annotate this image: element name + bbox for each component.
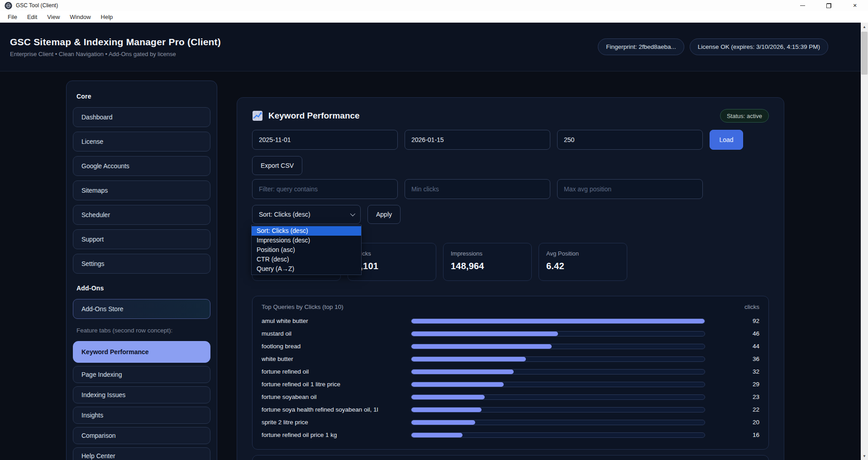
- minimize-button[interactable]: [789, 0, 816, 11]
- close-icon: ✕: [853, 3, 857, 9]
- bar-row-fortune-refined-oil-1-litre-price: fortune refined oil 1 litre price29: [262, 379, 759, 389]
- sort-option-query-a-z[interactable]: Query (A→Z): [252, 264, 361, 274]
- bar-value: 46: [705, 330, 759, 337]
- bar-track: [411, 369, 705, 375]
- vertical-scrollbar[interactable]: ▲ ▼: [861, 23, 868, 460]
- sort-dropdown-menu: Sort: Clicks (desc)Impressions (desc)Pos…: [251, 225, 362, 275]
- sort-option-ctr-desc[interactable]: CTR (desc): [252, 255, 361, 264]
- bar-track: [411, 432, 705, 438]
- sidebar-item-add-ons-store[interactable]: Add-Ons Store: [73, 299, 210, 319]
- bar-row-fortune-refined-oil-price-1-kg: fortune refined oil price 1 kg16: [262, 430, 759, 440]
- bar-value: 92: [705, 318, 759, 324]
- export-csv-button[interactable]: Export CSV: [252, 156, 302, 175]
- stat-value: 6.42: [546, 261, 620, 271]
- sidebar-item-dashboard[interactable]: Dashboard: [73, 107, 210, 127]
- sidebar-item-license[interactable]: License: [73, 132, 210, 152]
- stat-card-avg-position: Avg Position6.42: [539, 243, 627, 281]
- bar-value: 20: [705, 419, 759, 426]
- sort-option-impressions-desc[interactable]: Impressions (desc): [252, 236, 361, 245]
- apply-button[interactable]: Apply: [367, 205, 401, 224]
- bar-label: sprite 2 litre price: [262, 419, 411, 426]
- menu-view[interactable]: View: [42, 12, 65, 22]
- bar-fill: [411, 420, 475, 425]
- sort-select[interactable]: Sort: Clicks (desc): [252, 205, 361, 224]
- menu-window[interactable]: Window: [65, 12, 95, 22]
- chevron-down-icon: [350, 211, 355, 216]
- feature-tabs-label: Feature tabs (second row concept):: [76, 327, 210, 334]
- bar-label: fortune soyabean oil: [262, 394, 411, 400]
- sidebar-item-support[interactable]: Support: [73, 229, 210, 249]
- sort-option-position-asc[interactable]: Position (asc): [252, 245, 361, 255]
- maximize-button[interactable]: [816, 0, 842, 11]
- load-button[interactable]: Load: [710, 130, 743, 150]
- bar-row-white-butter: white butter36: [262, 354, 759, 364]
- tab-keyword-performance[interactable]: Keyword Performance: [73, 341, 210, 363]
- fingerprint-badge: Fingerprint: 2fbed8aeba...: [598, 38, 684, 55]
- bar-fill: [411, 433, 463, 437]
- query-table: QueryClicksImpressionsCTRAvg Position: [252, 455, 769, 460]
- bar-label: fortune refined oil 1 litre price: [262, 381, 411, 388]
- menu-edit[interactable]: Edit: [22, 12, 42, 22]
- sidebar-item-settings[interactable]: Settings: [73, 254, 210, 274]
- app-icon: [5, 2, 12, 9]
- stat-label: Impressions: [451, 250, 524, 257]
- max-avg-position-input[interactable]: [557, 179, 703, 199]
- tab-page-indexing[interactable]: Page Indexing: [73, 366, 210, 383]
- bar-track: [411, 394, 705, 400]
- bar-fill: [411, 370, 514, 374]
- bar-fill: [411, 357, 526, 361]
- scroll-down-icon[interactable]: ▼: [861, 452, 868, 460]
- sidebar-item-google-accounts[interactable]: Google Accounts: [73, 156, 210, 176]
- sort-select-value: Sort: Clicks (desc): [259, 211, 310, 218]
- stat-value: 148,964: [451, 261, 524, 271]
- stat-label: Clicks: [355, 250, 429, 257]
- menu-file[interactable]: File: [3, 12, 22, 22]
- app-header: GSC Sitemap & Indexing Manager Pro (Clie…: [0, 23, 868, 71]
- bar-label: fortune soya health refined soyabean oil…: [262, 406, 411, 413]
- bar-track: [411, 420, 705, 425]
- page-title: GSC Sitemap & Indexing Manager Pro (Clie…: [10, 37, 221, 47]
- bar-fill: [411, 408, 482, 412]
- tab-comparison[interactable]: Comparison: [73, 427, 210, 444]
- scrollbar-thumb[interactable]: [861, 32, 868, 75]
- tab-indexing-issues[interactable]: Indexing Issues: [73, 386, 210, 403]
- keyword-performance-panel: Keyword Performance Status: active Load …: [237, 97, 784, 460]
- stat-value: 1,101: [355, 261, 429, 271]
- sidebar-item-sitemaps[interactable]: Sitemaps: [73, 180, 210, 200]
- query-filter-input[interactable]: [252, 179, 398, 199]
- scroll-up-icon[interactable]: ▲: [861, 23, 868, 30]
- minimize-icon: [800, 5, 805, 6]
- panel-title: Keyword Performance: [268, 111, 360, 121]
- bar-value: 44: [705, 343, 759, 350]
- bar-value: 32: [705, 368, 759, 375]
- sort-option-sort-clicks-desc[interactable]: Sort: Clicks (desc): [252, 226, 361, 236]
- titlebar: GSC Tool (Client) ✕: [0, 0, 868, 11]
- sidebar: Core DashboardLicenseGoogle AccountsSite…: [66, 81, 217, 460]
- bar-value: 22: [705, 406, 759, 413]
- min-clicks-input[interactable]: [405, 179, 550, 199]
- close-button[interactable]: ✕: [842, 0, 868, 11]
- bar-value: 16: [705, 432, 759, 438]
- bar-row-sprite-2-litre-price: sprite 2 litre price20: [262, 417, 759, 427]
- date-from-input[interactable]: [252, 130, 398, 150]
- bar-row-fortune-refined-oil: fortune refined oil32: [262, 366, 759, 377]
- bar-fill: [411, 332, 558, 336]
- bar-row-mustard-oil: mustard oil46: [262, 328, 759, 339]
- bar-row-amul-white-butter: amul white butter92: [262, 316, 759, 326]
- date-to-input[interactable]: [405, 130, 550, 150]
- sidebar-item-scheduler[interactable]: Scheduler: [73, 205, 210, 225]
- bar-label: mustard oil: [262, 330, 411, 337]
- tab-help-center[interactable]: Help Center: [73, 447, 210, 460]
- row-limit-input[interactable]: [557, 130, 703, 150]
- status-badge: Status: active: [720, 109, 769, 123]
- bar-track: [411, 356, 705, 362]
- chart-unit-label: clicks: [744, 304, 759, 310]
- bar-row-fortune-soyabean-oil: fortune soyabean oil23: [262, 392, 759, 402]
- bar-fill: [411, 395, 485, 399]
- menu-help[interactable]: Help: [96, 12, 118, 22]
- bar-track: [411, 331, 705, 337]
- bar-track: [411, 382, 705, 387]
- bar-label: footlong bread: [262, 343, 411, 350]
- bar-value: 36: [705, 356, 759, 362]
- tab-insights[interactable]: Insights: [73, 407, 210, 424]
